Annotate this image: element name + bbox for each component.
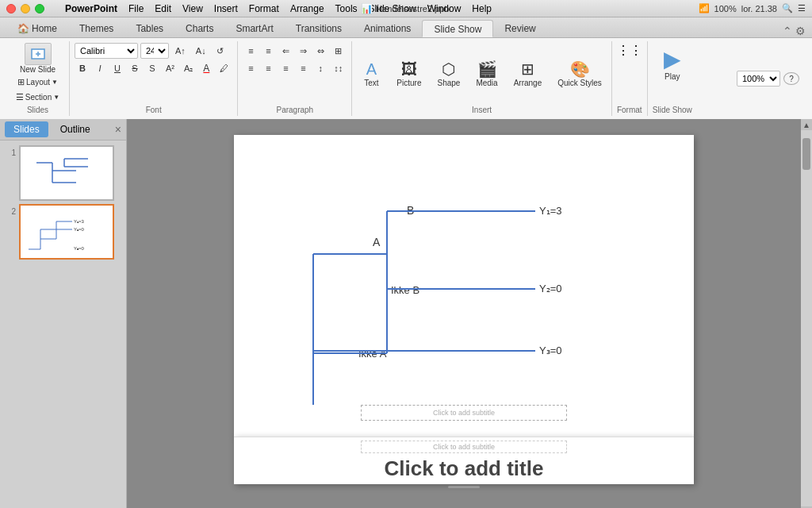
title-bar-right: 📶 100% lor. 21.38 🔍 ☰ xyxy=(699,3,806,13)
tab-transitions[interactable]: Transitions xyxy=(285,20,353,37)
superscript-button[interactable]: A² xyxy=(162,60,178,76)
menu-powerpoint[interactable]: PowerPoint xyxy=(60,0,122,17)
label-ikke-b: Ikke B xyxy=(391,284,419,296)
highlight-button[interactable]: 🖊 xyxy=(216,60,232,76)
font-section-label: Font xyxy=(146,104,162,114)
shadow-button[interactable]: S xyxy=(144,60,160,76)
panel-close-button[interactable]: × xyxy=(115,123,121,136)
title-placeholder-text[interactable]: Click to add title xyxy=(385,456,544,481)
tab-slides[interactable]: Slides xyxy=(5,121,48,137)
arrange-button[interactable]: ⊞ Arrange xyxy=(509,56,547,90)
maximize-button[interactable] xyxy=(35,4,44,13)
tab-themes[interactable]: Themes xyxy=(68,20,124,37)
text-button[interactable]: A Text xyxy=(357,57,385,90)
tab-slideshow[interactable]: Slide Show xyxy=(422,20,493,37)
tab-review[interactable]: Review xyxy=(493,20,546,37)
slide-item-2[interactable]: 2 Y₁=3 Y₂=0 xyxy=(5,204,121,260)
format-section-label: Format xyxy=(617,104,642,114)
close-button[interactable] xyxy=(6,4,16,13)
menu-edit[interactable]: Edit xyxy=(150,0,176,17)
new-slide-button[interactable]: New Slide xyxy=(20,43,56,74)
ribbon-expand-icon[interactable]: ⌃ xyxy=(783,25,792,37)
font-color-button[interactable]: A xyxy=(198,60,214,76)
bold-button[interactable]: B xyxy=(75,60,90,76)
menu-icon[interactable]: ☰ xyxy=(798,3,806,13)
format-dots: ⋮⋮ xyxy=(617,43,642,58)
subtitle-placeholder[interactable]: Click to add subtitle xyxy=(361,405,567,421)
scrollbar-track[interactable] xyxy=(801,130,812,506)
menu-insert[interactable]: Insert xyxy=(209,0,243,17)
tab-smartart[interactable]: SmartArt xyxy=(224,20,284,37)
line-spacing-button[interactable]: ↕ xyxy=(312,60,328,76)
slide-title-area[interactable]: Click to add subtitle Click to add title xyxy=(234,437,694,484)
minimize-button[interactable] xyxy=(21,4,30,13)
font-size-down-icon[interactable]: A↓ xyxy=(192,43,210,59)
bullet-list-button[interactable]: ≡ xyxy=(243,43,259,59)
text-direction-button[interactable]: ⇔ xyxy=(312,43,328,59)
underline-button[interactable]: U xyxy=(109,60,125,76)
align-left-button[interactable]: ≡ xyxy=(243,60,259,76)
media-icon: 🎬 xyxy=(477,60,497,79)
menu-file[interactable]: File xyxy=(124,0,148,17)
indent-increase-button[interactable]: ⇒ xyxy=(295,43,311,59)
layout-button[interactable]: ⊞ Layout ▼ xyxy=(14,75,61,89)
zoom-select[interactable]: 100% xyxy=(737,71,780,87)
paragraph-spacing-button[interactable]: ↕↕ xyxy=(330,60,347,76)
svg-text:Y₂=0: Y₂=0 xyxy=(74,227,85,232)
menu-arrange[interactable]: Arrange xyxy=(285,0,329,17)
font-size-up-icon[interactable]: A↑ xyxy=(171,43,190,59)
menu-view[interactable]: View xyxy=(178,0,208,17)
slide-thumb-1[interactable] xyxy=(19,145,114,201)
align-right-button[interactable]: ≡ xyxy=(278,60,293,76)
play-button[interactable]: ▶ Play xyxy=(658,43,687,84)
menu-tools[interactable]: Tools xyxy=(331,0,362,17)
vertical-scrollbar[interactable]: ▲ ▼ xyxy=(801,119,812,508)
new-slide-icon xyxy=(25,43,52,65)
slide-thumb-2[interactable]: Y₁=3 Y₂=0 Y₃=0 xyxy=(19,204,114,260)
ribbon-section-insert: A Text 🖼 Picture ⬡ Shape 🎬 Media ⊞ Arran… xyxy=(352,41,611,116)
slide-resize-handle[interactable] xyxy=(234,484,694,489)
new-slide-label: New Slide xyxy=(20,65,56,74)
traffic-lights xyxy=(6,4,44,13)
quick-styles-label: Quick Styles xyxy=(557,79,602,87)
columns-button[interactable]: ⊞ xyxy=(330,43,346,59)
scrollbar-thumb[interactable] xyxy=(802,138,810,170)
scroll-up-button[interactable]: ▲ xyxy=(801,119,812,130)
subscript-button[interactable]: A₂ xyxy=(180,60,197,76)
italic-button[interactable]: I xyxy=(92,60,108,76)
strikethrough-button[interactable]: S xyxy=(127,60,143,76)
tab-charts[interactable]: Charts xyxy=(174,20,224,37)
justify-button[interactable]: ≡ xyxy=(295,60,311,76)
shape-label: Shape xyxy=(437,79,460,87)
tab-smartart-label: SmartArt xyxy=(236,23,273,34)
slide-canvas-area[interactable]: B Y₁=3 A Ikke B Y₂=0 xyxy=(127,119,801,508)
font-size-select[interactable]: 24 xyxy=(140,43,169,59)
insert-section-label: Insert xyxy=(472,104,492,114)
section-button[interactable]: ☰ Section ▼ xyxy=(13,90,63,104)
clear-format-icon[interactable]: ↺ xyxy=(213,43,228,59)
tab-tables[interactable]: Tables xyxy=(124,20,174,37)
slide-view: B Y₁=3 A Ikke B Y₂=0 xyxy=(127,119,812,508)
help-icon[interactable]: ? xyxy=(783,72,799,85)
media-button[interactable]: 🎬 Media xyxy=(471,56,502,90)
ribbon-section-slideshow: ▶ Play Slide Show xyxy=(648,41,697,116)
font-family-select[interactable]: Calibri xyxy=(75,43,138,59)
play-icon: ▶ xyxy=(664,46,681,72)
menu-format[interactable]: Format xyxy=(244,0,284,17)
tab-outline[interactable]: Outline xyxy=(52,121,99,137)
tab-home[interactable]: 🏠 Home xyxy=(6,20,68,37)
ribbon-settings-icon[interactable]: ⚙ xyxy=(795,25,806,37)
quick-styles-button[interactable]: 🎨 Quick Styles xyxy=(553,56,607,90)
slides-section-label: Slides xyxy=(27,104,48,114)
tab-animations[interactable]: Animations xyxy=(353,20,422,37)
slide-item-1[interactable]: 1 xyxy=(5,145,121,201)
menu-help[interactable]: Help xyxy=(467,0,496,17)
search-icon[interactable]: 🔍 xyxy=(782,3,793,13)
indent-decrease-button[interactable]: ⇐ xyxy=(278,43,293,59)
picture-button[interactable]: 🖼 Picture xyxy=(392,57,426,90)
align-center-button[interactable]: ≡ xyxy=(260,60,276,76)
numbered-list-button[interactable]: ≡ xyxy=(260,43,276,59)
slide-canvas[interactable]: B Y₁=3 A Ikke B Y₂=0 xyxy=(234,135,694,437)
shape-button[interactable]: ⬡ Shape xyxy=(432,56,465,90)
label-y2: Y₂=0 xyxy=(539,283,562,294)
